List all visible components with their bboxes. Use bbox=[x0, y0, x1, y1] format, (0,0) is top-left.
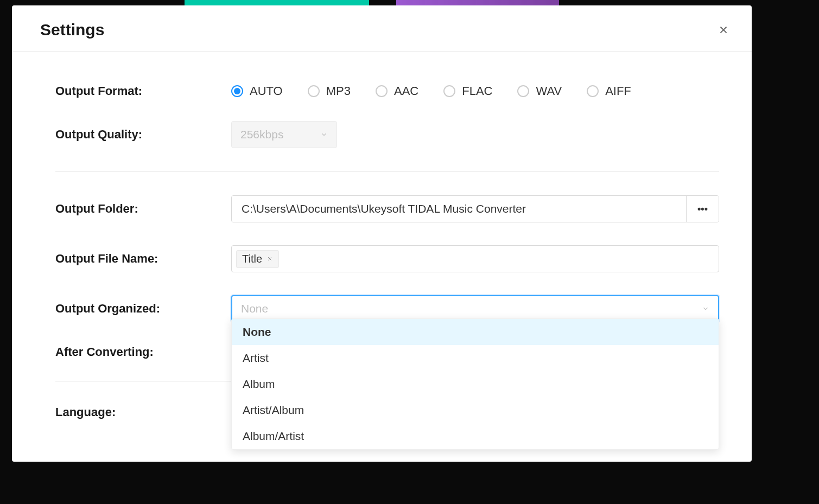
modal-title: Settings bbox=[40, 21, 104, 39]
output-quality-label: Output Quality: bbox=[55, 127, 231, 142]
output-folder-label: Output Folder: bbox=[55, 202, 231, 216]
radio-icon bbox=[443, 85, 455, 97]
output-folder-field: C:\Users\A\Documents\Ukeysoft TIDAL Musi… bbox=[231, 195, 719, 222]
output-format-row: Output Format: AUTO MP3 AAC FLAC bbox=[55, 84, 719, 98]
output-folder-path[interactable]: C:\Users\A\Documents\Ukeysoft TIDAL Musi… bbox=[232, 196, 686, 222]
radio-label: WAV bbox=[536, 84, 562, 98]
chevron-down-icon bbox=[702, 302, 709, 315]
chevron-down-icon bbox=[320, 128, 328, 141]
settings-modal: Settings Output Format: AUTO MP3 AAC bbox=[12, 5, 752, 462]
radio-auto[interactable]: AUTO bbox=[231, 84, 283, 98]
output-organized-dropdown: None Artist Album Artist/Album Album/Art… bbox=[231, 318, 719, 450]
radio-mp3[interactable]: MP3 bbox=[308, 84, 351, 98]
radio-label: MP3 bbox=[326, 84, 351, 98]
radio-label: AUTO bbox=[250, 84, 283, 98]
radio-label: FLAC bbox=[462, 84, 492, 98]
dropdown-option-artist-album[interactable]: Artist/Album bbox=[232, 397, 719, 423]
radio-wav[interactable]: WAV bbox=[517, 84, 562, 98]
tag-text: Title bbox=[242, 253, 262, 265]
radio-aiff[interactable]: AIFF bbox=[587, 84, 631, 98]
radio-label: AIFF bbox=[605, 84, 631, 98]
close-icon bbox=[266, 256, 273, 262]
radio-icon bbox=[231, 85, 243, 97]
radio-label: AAC bbox=[394, 84, 418, 98]
radio-icon bbox=[517, 85, 529, 97]
output-organized-label: Output Organized: bbox=[55, 302, 231, 316]
dropdown-option-album[interactable]: Album bbox=[232, 371, 719, 397]
modal-body: Output Format: AUTO MP3 AAC FLAC bbox=[12, 52, 752, 462]
radio-icon bbox=[376, 85, 388, 97]
dropdown-option-artist[interactable]: Artist bbox=[232, 345, 719, 371]
after-converting-label: After Converting: bbox=[55, 345, 231, 359]
close-button[interactable] bbox=[717, 23, 730, 36]
radio-aac[interactable]: AAC bbox=[376, 84, 418, 98]
radio-icon bbox=[587, 85, 599, 97]
divider bbox=[55, 171, 719, 171]
output-file-name-label: Output File Name: bbox=[55, 252, 231, 266]
modal-header: Settings bbox=[12, 5, 752, 52]
radio-icon bbox=[308, 85, 320, 97]
close-icon bbox=[718, 24, 729, 36]
radio-flac[interactable]: FLAC bbox=[443, 84, 492, 98]
output-quality-select: 256kbps bbox=[231, 121, 337, 148]
language-label: Language: bbox=[55, 405, 231, 419]
output-quality-value: 256kbps bbox=[240, 128, 283, 141]
tag-remove-button[interactable] bbox=[266, 256, 273, 262]
dropdown-option-none[interactable]: None bbox=[232, 319, 719, 345]
output-file-name-input[interactable]: Title bbox=[231, 245, 719, 272]
file-name-tag: Title bbox=[236, 250, 279, 268]
output-folder-row: Output Folder: C:\Users\A\Documents\Ukey… bbox=[55, 195, 719, 222]
output-organized-placeholder: None bbox=[241, 302, 268, 315]
browse-folder-button[interactable]: ••• bbox=[686, 196, 719, 222]
output-format-radio-group: AUTO MP3 AAC FLAC WAV bbox=[231, 84, 631, 98]
output-file-name-row: Output File Name: Title bbox=[55, 245, 719, 272]
output-quality-row: Output Quality: 256kbps bbox=[55, 121, 719, 148]
dropdown-option-album-artist[interactable]: Album/Artist bbox=[232, 423, 719, 449]
output-format-label: Output Format: bbox=[55, 84, 231, 98]
